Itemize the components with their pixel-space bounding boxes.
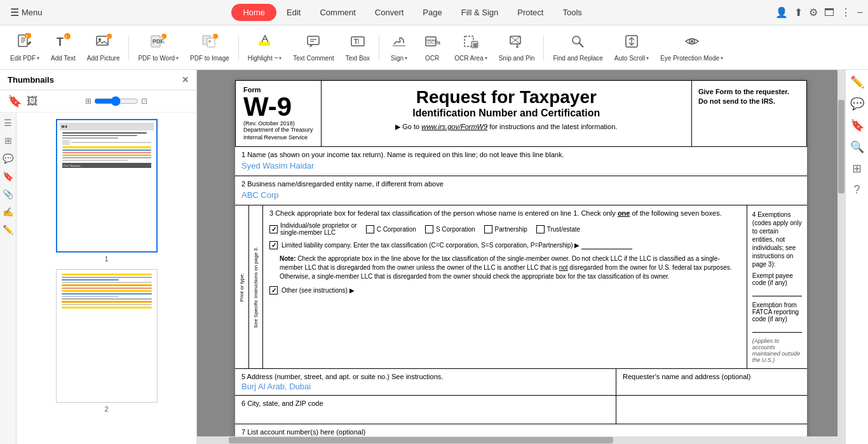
toolbar-sign[interactable]: Sign ▾ — [383, 31, 415, 65]
right-panel-help-icon[interactable]: ? — [853, 183, 860, 197]
w9-other-label: Other (see instructions) ▶ — [281, 287, 355, 294]
svg-text:▦: ▦ — [473, 42, 478, 48]
sidebar-tool-thumbnail[interactable]: ⊞ — [4, 135, 12, 146]
w9-fatca: Exemption from FATCA reporting code (if … — [752, 302, 802, 333]
sidebar-tool-edit2[interactable]: ✏️ — [3, 225, 13, 235]
w9-llc-label: Limited liability company. Enter the tax… — [281, 242, 632, 249]
toolbar-ocr-area[interactable]: ▦ OCR Area ▾ — [449, 31, 492, 65]
right-panel-bookmark-icon[interactable]: 🔖 — [850, 118, 864, 132]
w9-vertical-col-1: Print or type. — [235, 205, 249, 368]
toolbar-edit-pdf[interactable]: ! Edit PDF ▾ — [5, 31, 44, 65]
thumbnail-1-img: W-9 — [56, 119, 158, 253]
sidebar-tool-rotate[interactable]: ☰ — [4, 118, 12, 128]
toolbar-sep-2 — [238, 35, 239, 60]
toolbar-pdf-to-image[interactable]: ! PDF to Image — [185, 31, 234, 65]
toolbar-find-replace[interactable]: Find and Replace — [548, 31, 607, 65]
menu-button[interactable]: ☰ Menu — [5, 4, 48, 21]
sidebar-tool-bookmark[interactable]: 🔖 — [8, 94, 22, 108]
tab-home[interactable]: Home — [231, 4, 276, 21]
ocr-label: OCR — [425, 55, 439, 62]
toolbar-auto-scroll[interactable]: Auto Scroll ▾ — [609, 31, 654, 65]
sidebar-tool-attach[interactable]: 📎 — [3, 189, 13, 199]
svg-text:!: ! — [65, 35, 67, 39]
right-panel-edit-icon[interactable]: ✏️ — [850, 75, 864, 89]
w9-field-3-content: 3 Check appropriate box for federal tax … — [263, 205, 747, 368]
w9-exempt-payee: Exempt payee code (if any) — [752, 272, 802, 296]
sidebar-tool-image[interactable]: 🖼 — [27, 95, 38, 108]
eye-protection-label: Eye Protection Mode — [660, 55, 719, 62]
tab-page[interactable]: Page — [414, 4, 451, 21]
pdf-viewer[interactable]: Form W-9 (Rev. October 2018) Department … — [197, 70, 845, 444]
w9-form-rev: (Rev. October 2018) — [243, 120, 313, 127]
toolbar-text-comment[interactable]: Text Comment — [288, 31, 339, 65]
thumbnail-2[interactable]: 2 — [56, 269, 158, 413]
toolbar-text-box[interactable]: T Text Box — [341, 31, 375, 65]
w9-checkbox-other — [269, 286, 278, 295]
toolbar-snip-pin[interactable]: Snip and Pin — [494, 31, 540, 65]
w9-vertical-text-2: See Specific Instructions on page 3. — [253, 247, 259, 328]
right-panel-grid-icon[interactable]: ⊞ — [852, 162, 862, 176]
tab-comment[interactable]: Comment — [311, 4, 364, 21]
w9-goto-rest: for instructions and the latest informat… — [489, 123, 617, 130]
w9-checkbox-trust — [536, 225, 545, 233]
thumb-size-increase[interactable]: ⊡ — [141, 97, 147, 106]
sidebar: Thumbnails ✕ 🔖 🖼 ⊞ ⊡ ☰ ⊞ 💬 🔖 📎 ✍ ✏️ — [0, 70, 197, 444]
tab-convert[interactable]: Convert — [366, 4, 413, 21]
w9-right-note: Give Form to the requester. Do not send … — [692, 81, 806, 146]
add-picture-icon: ! — [95, 33, 112, 53]
w9-vertical-col-2: See Specific Instructions on page 3. — [249, 205, 263, 368]
add-text-label: Add Text — [51, 55, 76, 62]
tab-tools[interactable]: Tools — [553, 4, 590, 21]
highlight-label: Highlight ~ — [248, 55, 278, 62]
w9-field-1-value: Syed Wasim Haidar — [241, 160, 801, 172]
settings-icon[interactable]: ⚙ — [809, 6, 818, 18]
toolbar-add-picture[interactable]: ! Add Picture — [82, 31, 125, 65]
sidebar-tool-signature[interactable]: ✍ — [3, 207, 13, 217]
w9-title: Request for Taxpayer — [328, 87, 685, 108]
w9-check-partnership-label: Partnership — [495, 226, 527, 233]
thumb-size-slider[interactable] — [94, 96, 139, 106]
pdf-to-word-label: PDF to Word — [138, 55, 175, 62]
tab-edit[interactable]: Edit — [278, 4, 309, 21]
snip-pin-label: Snip and Pin — [499, 55, 535, 62]
w9-header: Form W-9 (Rev. October 2018) Department … — [235, 80, 807, 147]
ocr-area-arrow: ▾ — [485, 55, 487, 61]
account-icon[interactable]: 👤 — [775, 6, 788, 18]
w9-vertical-text-1: Print or type. — [239, 273, 245, 302]
w9-field-3-label: 3 Check appropriate box for federal tax … — [263, 205, 747, 219]
w9-field-5-value: Burj Al Arab, Dubai — [241, 382, 609, 391]
w9-check-ccorp: C Corporation — [366, 225, 416, 233]
share-icon[interactable]: ⬆ — [794, 6, 803, 18]
text-box-label: Text Box — [346, 55, 370, 62]
minimize-icon[interactable]: − — [857, 7, 863, 18]
pdf-scrollbar[interactable] — [837, 70, 845, 444]
thumbnail-1[interactable]: W-9 — [56, 119, 158, 263]
pdf-scroll-thumb — [838, 100, 844, 193]
more-icon[interactable]: ⋮ — [841, 6, 851, 18]
toolbar: ! Edit PDF ▾ T ! Add Text ! — [0, 25, 868, 70]
toolbar-pdf-to-word[interactable]: PDF → ! PDF to Word ▾ — [133, 31, 184, 65]
sidebar-close-icon[interactable]: ✕ — [182, 75, 189, 85]
svg-text:T: T — [57, 36, 64, 48]
thumbnail-2-num: 2 — [104, 405, 108, 413]
svg-text:!: ! — [214, 35, 215, 39]
tab-protect[interactable]: Protect — [508, 4, 552, 21]
toolbar-ocr[interactable]: ⊕ OCR OCR — [416, 31, 448, 65]
sidebar-tool-comment2[interactable]: 💬 — [3, 153, 13, 163]
window-icon[interactable]: 🗖 — [824, 7, 834, 18]
w9-row-5: 5 Address (number, street, and apt. or s… — [235, 369, 807, 396]
w9-field-7-label: 7 List account number(s) here (optional) — [241, 428, 801, 436]
thumb-size-decrease[interactable]: ⊞ — [85, 97, 92, 106]
toolbar-highlight[interactable]: Highlight ~ ▾ — [243, 31, 287, 65]
w9-subtitle: Identification Number and Certification — [328, 108, 685, 119]
right-panel-comment-icon[interactable]: 💬 — [850, 97, 864, 111]
pdf-to-word-arrow: ▾ — [176, 55, 179, 61]
w9-checkbox-llc — [269, 241, 278, 249]
sidebar-tool-bookmark2[interactable]: 🔖 — [3, 171, 13, 181]
tab-fill-sign[interactable]: Fill & Sign — [452, 4, 508, 21]
toolbar-eye-protection[interactable]: Eye Protection Mode ▾ — [655, 31, 728, 65]
toolbar-add-text[interactable]: T ! Add Text — [46, 31, 81, 65]
right-panel-search-icon[interactable]: 🔍 — [850, 140, 864, 154]
h-scrollbar[interactable] — [197, 436, 837, 444]
w9-field-2-label: 2 Business name/disregarded entity name,… — [241, 180, 801, 188]
